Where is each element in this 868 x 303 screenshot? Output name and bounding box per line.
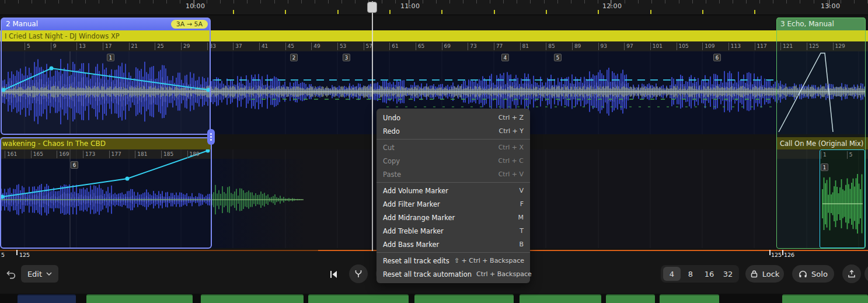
ruler-tick (449, 0, 450, 4)
beat-number: 49 (311, 43, 320, 50)
cue-marker[interactable]: 3 (343, 54, 350, 61)
menu-item-shortcut: Ctrl + V (499, 170, 524, 178)
track1-cue-markers: 123456 (0, 54, 868, 62)
selected-clip-track2[interactable] (0, 137, 212, 249)
bar-cue-tick (337, 10, 339, 14)
menu-item-paste[interactable]: PasteCtrl + V (377, 168, 530, 181)
menu-item-shortcut: V (519, 187, 524, 194)
menu-item-shortcut: Ctrl + X (499, 144, 524, 151)
menu-item-shortcut: ⇧ + Ctrl + Backspace (454, 257, 524, 264)
overview-clip-block[interactable] (18, 294, 76, 303)
ruler-tick (126, 0, 126, 4)
minimap-bar-label: 5 (1, 252, 5, 258)
beat-number: 53 (337, 43, 346, 50)
cue-marker[interactable]: 4 (501, 54, 509, 61)
menu-item-reset-all-track-edits[interactable]: Reset all track edits⇧ + Ctrl + Backspac… (377, 254, 530, 267)
quantize-32-button[interactable]: 32 (719, 267, 737, 281)
overview-clip-block[interactable] (201, 294, 304, 303)
overview-clip-block[interactable] (86, 294, 193, 303)
bar-cue-tick (598, 10, 599, 14)
cue-marker[interactable]: 1 (107, 54, 114, 61)
ruler-tick (395, 0, 396, 4)
export-icon (847, 269, 856, 278)
ruler-tick (423, 0, 423, 4)
ruler-tick (247, 0, 247, 4)
menu-item-label: Reset all track automation (383, 270, 472, 278)
time-label: 11:00 (400, 2, 420, 10)
overview-blocks (0, 294, 868, 303)
menu-item-add-volume-marker[interactable]: Add Volume MarkerV (377, 184, 530, 197)
bar-cue-tick (702, 10, 703, 14)
lock-button[interactable]: Lock (745, 265, 784, 283)
menu-item-add-filter-marker[interactable]: Add Filter MarkerF (377, 197, 530, 211)
menu-item-add-bass-marker[interactable]: Add Bass MarkerB (377, 238, 530, 251)
minimap-bar-label: 125 (19, 252, 30, 258)
edit-menu-button[interactable]: Edit (21, 265, 58, 283)
beat-number: 93 (598, 43, 607, 50)
beat-number: 61 (389, 43, 398, 50)
menu-separator (377, 139, 530, 140)
dj-timeline-editor: 10:0011:0012:0013:00 2 Manual 3A → 5A 3 … (0, 0, 868, 303)
bar-cue-tick (285, 10, 286, 14)
menu-item-redo[interactable]: RedoCtrl + Y (377, 124, 530, 138)
clip-resize-grip[interactable] (207, 129, 215, 145)
playhead-line (372, 1, 373, 251)
ruler-tick (32, 0, 32, 4)
overview-clip-block[interactable] (308, 294, 409, 303)
bar-cue-tick (650, 10, 651, 14)
ruler-tick (638, 0, 639, 4)
quantize-16-button[interactable]: 16 (700, 267, 718, 281)
ruler-tick (665, 0, 665, 4)
menu-item-cut[interactable]: CutCtrl + X (377, 141, 530, 154)
time-ruler[interactable]: 10:0011:0012:0013:00 (0, 0, 868, 15)
cue-marker[interactable]: 5 (554, 54, 562, 61)
loop-region-bar-dim[interactable] (0, 250, 318, 251)
undo-button[interactable] (5, 268, 18, 281)
overview-clip-block[interactable] (606, 294, 655, 303)
ruler-tick (679, 0, 679, 4)
beat-number: 117 (755, 43, 767, 50)
menu-item-add-treble-marker[interactable]: Add Treble MarkerT (377, 224, 530, 238)
quantize-4-button[interactable]: 4 (663, 267, 681, 281)
beat-number: 97 (624, 43, 633, 50)
ruler-tick (733, 0, 733, 4)
ruler-tick (746, 0, 747, 4)
branch-merge-button[interactable] (349, 264, 368, 283)
overview-clip-block[interactable] (660, 294, 719, 303)
time-label: 10:00 (186, 2, 205, 10)
menu-item-label: Cut (383, 144, 395, 152)
playhead-handle[interactable] (367, 2, 377, 13)
minimap-tick (782, 250, 783, 255)
minimap-bar-label: 125 (771, 252, 782, 258)
menu-item-label: Add Filter Marker (383, 200, 440, 208)
cue-marker[interactable]: 2 (290, 54, 298, 61)
skip-to-start-icon (329, 269, 339, 280)
menu-item-reset-all-track-automation[interactable]: Reset all track automationCtrl + Backspa… (377, 267, 530, 281)
bar-cue-tick (233, 10, 234, 14)
menu-item-label: Add Volume Marker (383, 187, 448, 195)
solo-button[interactable]: Solo (792, 265, 834, 283)
skip-to-start-button[interactable] (328, 269, 340, 280)
ruler-tick (140, 0, 140, 4)
cue-marker[interactable]: 6 (713, 54, 721, 61)
overview-clip-block[interactable] (414, 294, 514, 303)
menu-item-shortcut: M (518, 214, 524, 221)
beat-number: 85 (546, 43, 555, 50)
menu-item-shortcut: T (520, 227, 524, 235)
quantize-8-button[interactable]: 8 (682, 267, 699, 281)
ruler-tick (220, 0, 221, 4)
menu-item-label: Redo (383, 127, 400, 135)
overview-clip-block[interactable] (520, 294, 601, 303)
export-button[interactable] (842, 264, 861, 283)
chevron-down-icon (46, 272, 52, 276)
ruler-tick (517, 0, 517, 4)
overview-clip-block[interactable] (782, 294, 868, 303)
menu-item-copy[interactable]: CopyCtrl + C (377, 154, 530, 168)
ruler-tick (773, 0, 773, 4)
headphones-icon (799, 270, 807, 278)
menu-item-add-midrange-marker[interactable]: Add Midrange MarkerM (377, 211, 530, 224)
menu-item-undo[interactable]: UndoCtrl + Z (377, 111, 530, 124)
ruler-tick (328, 0, 329, 4)
cue-marker[interactable]: 1 (821, 163, 828, 171)
selected-clip-track1[interactable] (1, 18, 211, 135)
